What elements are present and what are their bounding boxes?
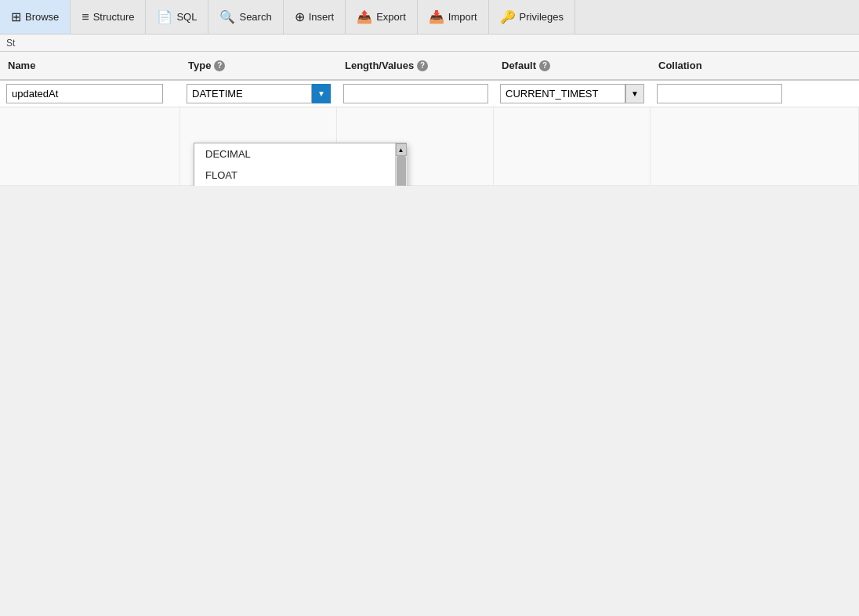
privileges-button[interactable]: 🔑 Privileges xyxy=(489,0,575,34)
toolbar: ⊞ Browse ≡ Structure 📄 SQL 🔍 Search ⊕ In… xyxy=(0,0,859,34)
column-headers: Name Type ? Length/Values ? Default ? Co… xyxy=(0,52,859,81)
sql-button[interactable]: 📄 SQL xyxy=(146,0,208,34)
type-select-wrapper: ▼ xyxy=(187,84,331,103)
export-icon: 📤 xyxy=(357,9,372,24)
sql-icon: 📄 xyxy=(157,9,172,24)
top-strip-text: St xyxy=(6,38,15,49)
browse-button[interactable]: ⊞ Browse xyxy=(0,0,71,34)
structure-label: Structure xyxy=(93,11,135,23)
collation-input[interactable] xyxy=(657,84,782,103)
type-dropdown: DECIMAL FLOAT DOUBLE REAL - BIT BOOLEAN … xyxy=(194,143,407,186)
type-cell: ▼ xyxy=(180,81,337,107)
export-button[interactable]: 📤 Export xyxy=(346,0,418,34)
length-input[interactable] xyxy=(343,84,488,103)
import-label: Import xyxy=(448,11,477,23)
insert-label: Insert xyxy=(309,11,335,23)
dropdown-item-float[interactable]: FLOAT xyxy=(194,165,395,186)
empty-cell-1-1 xyxy=(0,107,180,185)
main-content: Name Type ? Length/Values ? Default ? Co… xyxy=(0,52,859,186)
type-select[interactable] xyxy=(187,84,312,103)
col-default-header: Default ? xyxy=(494,56,651,74)
col-type-header: Type ? xyxy=(180,56,337,74)
dropdown-list: DECIMAL FLOAT DOUBLE REAL - BIT BOOLEAN … xyxy=(194,143,395,186)
browse-label: Browse xyxy=(25,11,59,23)
col-name-header: Name xyxy=(0,56,180,74)
default-dropdown-arrow[interactable]: ▼ xyxy=(625,84,644,103)
empty-cell-1-4 xyxy=(494,107,651,185)
table-row: ▼ ▼ xyxy=(0,81,859,107)
import-button[interactable]: 📥 Import xyxy=(418,0,489,34)
default-input[interactable] xyxy=(500,84,625,103)
scrollbar-up-button[interactable]: ▲ xyxy=(396,143,407,156)
sql-label: SQL xyxy=(176,11,197,23)
col-collation-header: Collation xyxy=(651,56,859,74)
default-cell: ▼ xyxy=(494,81,651,107)
default-wrapper: ▼ xyxy=(500,84,644,103)
type-help-icon[interactable]: ? xyxy=(214,60,225,71)
scrollbar-thumb[interactable] xyxy=(397,156,406,186)
name-input[interactable] xyxy=(6,84,163,103)
privileges-icon: 🔑 xyxy=(500,9,516,24)
col-length-header: Length/Values ? xyxy=(337,56,494,74)
search-button[interactable]: 🔍 Search xyxy=(208,0,283,34)
length-cell xyxy=(337,81,494,107)
empty-row-1 xyxy=(0,107,859,186)
dropdown-scrollbar: ▲ ▼ xyxy=(395,143,406,186)
insert-icon: ⊕ xyxy=(295,9,305,24)
length-help-icon[interactable]: ? xyxy=(417,60,428,71)
export-label: Export xyxy=(376,11,406,23)
empty-cell-1-5 xyxy=(651,107,859,185)
search-label: Search xyxy=(239,11,271,23)
scrollbar-track xyxy=(396,156,407,186)
search-icon: 🔍 xyxy=(219,9,235,24)
default-help-icon[interactable]: ? xyxy=(539,60,550,71)
collation-cell xyxy=(651,81,859,107)
structure-icon: ≡ xyxy=(82,10,89,24)
structure-button[interactable]: ≡ Structure xyxy=(71,0,146,34)
browse-icon: ⊞ xyxy=(11,9,21,24)
import-icon: 📥 xyxy=(429,9,444,24)
privileges-label: Privileges xyxy=(520,11,564,23)
name-cell xyxy=(0,81,180,107)
type-dropdown-arrow[interactable]: ▼ xyxy=(312,84,331,103)
dropdown-item-decimal[interactable]: DECIMAL xyxy=(194,143,395,165)
top-strip: St xyxy=(0,34,859,52)
insert-button[interactable]: ⊕ Insert xyxy=(284,0,346,34)
